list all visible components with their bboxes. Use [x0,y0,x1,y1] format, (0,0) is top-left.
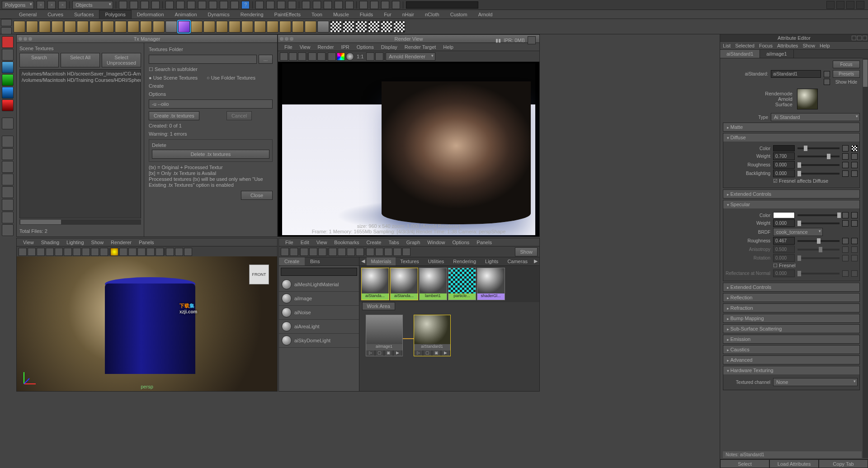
backlight-input[interactable]: 0.000 [773,170,795,177]
tx-cancel-button[interactable]: Cancel [226,111,252,120]
sect-header[interactable]: Caustics [723,345,859,354]
hs-material-swatch[interactable]: shaderGl... [477,268,505,300]
hs-menu-item[interactable]: Window [424,239,448,246]
render-view-image[interactable]: size: 960 x 540 zoom: 1.000 (Arnold Rend… [278,62,539,236]
attr-focus-button[interactable]: Focus [833,61,860,68]
rv-ipr-icon[interactable] [308,52,316,61]
vp-light-icon[interactable] [128,248,137,256]
use-folder-textures-radio[interactable]: Use Folder Textures [207,75,255,80]
map-button-icon[interactable] [842,212,849,218]
hs-tool-icon[interactable] [309,248,317,256]
hs-left-tab[interactable]: Bins [305,257,325,265]
hs-material-swatch[interactable]: aiStanda... [390,268,418,300]
snap-icon[interactable] [220,1,228,9]
snap-icon[interactable] [176,1,184,9]
layout-icon[interactable] [2,186,14,198]
hs-create-node[interactable]: aiImage [279,292,359,306]
poly-bridge-icon[interactable] [229,21,241,33]
snap-icon[interactable] [165,1,174,9]
work-area-tab[interactable]: Work Area [362,302,395,310]
vp-tool-icon[interactable] [82,248,90,256]
shelf-tab-nhair[interactable]: nHair [397,10,420,19]
spec-rough-input[interactable]: 0.467 [773,237,795,245]
save-scene-icon[interactable]: ▫ [58,1,66,9]
attr-foot-button[interactable]: Select [720,459,769,468]
vp-tool-icon[interactable] [184,248,192,256]
hs-material-swatch[interactable]: particle... [448,268,476,300]
attr-node-tab[interactable]: aiStandard1 [720,50,760,58]
poly-append-icon[interactable] [241,21,253,33]
shelf-tab-arnold[interactable]: Arnold [473,10,498,19]
map-button-icon[interactable] [851,170,858,177]
hs-tool-icon[interactable] [300,248,308,256]
shelf-tab-deformation[interactable]: Deformation [132,10,170,19]
snap-icon[interactable] [209,1,217,9]
hs-tool-icon[interactable] [347,248,355,256]
rv-save-icon[interactable] [366,52,374,61]
rv-refresh-icon[interactable] [317,52,326,61]
node-name-input[interactable]: aiStandard1 [771,70,821,78]
tx-file-list[interactable]: /volumes/Macintosh HD/screenSaver_Images… [19,69,141,218]
poly-pipe-icon[interactable] [115,21,127,33]
layout-icon[interactable] [313,1,321,9]
hs-menu-item[interactable]: Edit [297,239,313,246]
command-search-input[interactable] [406,1,478,9]
material-preview-swatch[interactable] [797,89,818,109]
hs-menu-item[interactable]: Bookmarks [330,239,363,246]
layout-icon[interactable] [2,212,14,223]
tx-file-item[interactable]: /volumes/Macintosh HD/screenSaver_Images… [21,71,140,77]
shelf-tab-rendering[interactable]: Rendering [235,10,269,19]
attr-foot-button[interactable]: Copy Tab [819,459,868,468]
attr-node-tab[interactable]: aiImage1 [760,50,793,58]
attr-foot-button[interactable]: Load Attributes [769,459,819,468]
rv-menu-item[interactable]: IPR [337,43,353,51]
poly-prism-icon[interactable] [90,21,101,33]
poly-platonic-icon[interactable] [153,21,165,33]
map-button-icon[interactable] [842,170,849,177]
vp-tool-icon[interactable] [166,248,174,256]
misc-icon[interactable] [392,1,400,9]
spec-color-swatch[interactable] [773,212,795,218]
layout-icon[interactable] [335,1,343,9]
nav-next-icon[interactable] [824,79,830,85]
snap-icon[interactable] [231,1,239,9]
vp-tool-icon[interactable] [55,248,63,256]
map-button-icon[interactable] [851,153,858,160]
sect-matte-header[interactable]: Matte [723,123,859,131]
vp-tool-icon[interactable] [100,248,108,256]
map-button-icon[interactable] [842,145,849,151]
vp-menu-item[interactable]: Lighting [63,239,88,246]
vp-menu-item[interactable]: Shading [38,239,63,246]
tx-file-item[interactable]: /volumes/Macintosh HD/Training Courses/H… [21,77,140,83]
pause-icon[interactable]: ▮▮ [495,38,501,43]
attr-menu-item[interactable]: Focus [759,43,773,48]
shelf-tab-surfaces[interactable]: Surfaces [69,10,99,19]
attr-notes-label[interactable]: Notes: aiStandard1 [723,451,862,458]
hs-menu-item[interactable]: View [313,239,331,246]
shelf-tab-muscle[interactable]: Muscle [328,10,354,19]
layout-icon[interactable] [302,1,310,9]
vp-tool-icon[interactable] [64,248,72,256]
poly-type-icon[interactable] [165,21,177,33]
sect-ext-header[interactable]: Extended Controls [723,190,859,198]
hs-tool-icon[interactable] [329,248,337,256]
tx-search-button[interactable]: Search [19,53,59,67]
sect-header[interactable]: Extended Controls [723,283,859,291]
workspace-mode-dropdown[interactable]: Polygons [2,1,34,9]
tool-icon[interactable] [141,1,149,9]
vp-light-icon[interactable] [156,248,164,256]
layout-icon[interactable] [2,174,14,185]
shader-type-dropdown[interactable]: Ai Standard [771,113,860,121]
render-icon[interactable] [288,1,296,9]
snap-icon[interactable] [187,1,195,9]
hs-create-node[interactable]: aiMeshLightMaterial [279,278,359,292]
poly-helix-icon[interactable] [127,21,139,33]
poly-sculpt-icon[interactable] [317,21,329,33]
textured-channel-dropdown[interactable]: None [773,378,858,386]
tx-select-all-button[interactable]: Select All [61,53,100,67]
diffuse-weight-input[interactable]: 0.700 [773,152,795,160]
open-scene-icon[interactable]: ▫ [47,1,56,9]
hs-tool-icon[interactable] [338,248,346,256]
shelf-tab-polygons[interactable]: Polygons [99,10,131,19]
layout-icon[interactable] [2,161,14,173]
